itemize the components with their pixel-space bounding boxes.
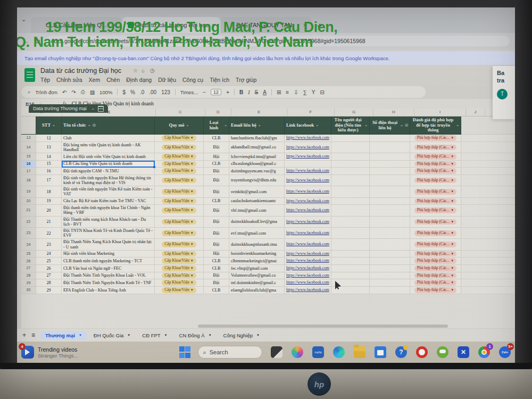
header-name[interactable]: Tên tổ chức⌄◎ [62,117,155,135]
cell-stt[interactable]: 15 [36,161,62,168]
taskbar-search[interactable]: ⌕ Search [198,346,262,359]
number-format-icon[interactable]: .00 [149,89,156,95]
zoom-select[interactable]: 100% [99,89,112,95]
rating-dropdown-chip[interactable]: Phù hợp thấp (Các...▼ [414,161,456,167]
toolbar-icon[interactable]: ≡ [286,89,289,95]
edge-icon[interactable] [333,346,345,358]
rating-dropdown-chip[interactable]: Phù hợp thấp (Các...▼ [414,265,456,271]
cell-phone[interactable] [370,272,410,280]
task-view-icon[interactable] [271,346,282,358]
row-header[interactable]: 24 [21,239,36,250]
facebook-link[interactable]: https://www.facebook.com [286,154,329,159]
row-header[interactable]: 13 [21,135,36,142]
cell-rating[interactable]: Phù hợp thấp (Các...▼ [410,251,461,258]
cell-email[interactable]: vbf.tmu@gmail.com [229,205,285,216]
cell-phone[interactable] [370,198,410,205]
italic-icon[interactable]: I [248,89,250,95]
facebook-link[interactable]: https://www.facebook.com [286,220,329,225]
facebook-link[interactable]: https://www.facebook.com [286,136,329,140]
cell-type[interactable]: Đội [204,217,229,228]
cell-stt[interactable]: 24 [36,251,62,258]
header-scale[interactable]: Quy mô⌄ [155,117,204,135]
facebook-link[interactable]: https://www.facebook.com [286,252,329,256]
x-app-icon[interactable]: ✕ [458,346,469,358]
cell-facebook[interactable]: https://www.facebook.com [285,251,331,258]
facebook-link[interactable]: https://www.facebook.com [286,273,329,278]
cell-stt[interactable]: 27 [36,272,62,280]
header-phone[interactable]: Số điện thoại liên hệ⌄◎ [370,117,410,135]
cell-rating[interactable]: Phù hợp thấp (Các...▼ [410,239,461,250]
cell-scale[interactable]: Cấp Khoa/Viện▼ [155,161,204,168]
cell-email[interactable]: doitinhnguyencam.vuc@g [229,168,285,175]
chip-chevron-icon[interactable]: ⌄ [92,106,95,111]
sheet-tab[interactable]: ĐH Quốc Gia▼ [89,331,135,340]
menu-item[interactable]: Định dạng [126,77,152,83]
cell-phone[interactable] [370,153,410,161]
cell-email[interactable]: caulacboketoankiemtoantr [229,198,285,205]
scale-dropdown-chip[interactable]: Cấp Khoa/Viện▼ [162,189,196,195]
cell-name[interactable]: Câu Lạc Bộ Kế toán Kiểm toán Trẻ TMU - Y… [62,198,155,205]
facebook-link[interactable]: https://www.facebook.com [286,189,329,194]
cell-representative[interactable] [331,153,370,161]
widgets-button[interactable]: 4 Trending videos Stranger Things... [21,346,146,359]
facebook-link[interactable]: https://www.facebook.com [286,242,329,247]
facebook-link[interactable]: https://www.facebook.com [286,169,329,173]
row-header[interactable]: 27 [21,265,36,272]
cell-email[interactable]: akhandball.tmu@gmail.co [229,142,285,153]
cell-facebook[interactable]: https://www.facebook.com [285,175,331,186]
scale-dropdown-chip[interactable]: Cấp Khoa/Viện▼ [162,154,196,160]
row-header[interactable]: 26 [21,257,36,265]
cell-email[interactable]: efaenglishforallclub@gma [229,287,285,294]
cell-stt[interactable]: 12 [36,135,62,142]
column-header[interactable]: C [156,109,205,116]
cell-name[interactable]: CLB Cầu lông Viện Quản trị kinh doanh [62,161,155,168]
row-header[interactable]: 19 [21,186,36,197]
cell-name[interactable]: Đội TNTN Khoa Kinh Tế và Kinh Doanh Quốc… [62,228,155,239]
cell-type[interactable]: CLB [204,257,229,265]
cell-facebook[interactable]: https://www.facebook.com [285,168,331,175]
question-app-icon[interactable]: ? [395,346,407,358]
header-type[interactable]: Loại hình⌄ [204,117,229,135]
menus-button[interactable]: Trình đơn [36,89,57,95]
number-format-icon[interactable]: $ [122,89,126,95]
row-header[interactable] [21,117,36,135]
cell-name[interactable]: Đội sinh viên tình nguyện Viện Kế toán K… [62,186,155,197]
cell-type[interactable]: Đội [204,175,229,186]
cell-facebook[interactable]: https://www.facebook.com [285,135,331,142]
header-email[interactable]: Email liên hệ⌄ [229,117,285,135]
cell-stt[interactable]: 29 [36,287,62,294]
cell-email[interactable]: truyenthongvis@dhtm.edu [229,175,285,186]
increase-font-icon[interactable]: + [226,89,229,95]
rating-dropdown-chip[interactable]: Phù hợp thấp (Các...▼ [414,189,456,195]
cell-name[interactable]: Hội sinh viên khoa Marketing [62,251,155,258]
cell-email[interactable]: tnf.doitntnkinhte@gmail.c [229,279,285,287]
cell-name[interactable]: Đội Thanh Niên Xung Kích Khoa Quản trị n… [62,239,155,250]
cell-phone[interactable] [370,228,410,239]
cell-rating[interactable]: Phù hợp thấp (Các...▼ [410,257,461,265]
cell-stt[interactable]: 13 [36,142,62,153]
cell-email[interactable]: doitnxkkhoaqtnluxanh.tmu [229,239,285,250]
cell-representative[interactable] [331,205,370,216]
active-sheet-chip[interactable]: Data trường Thương mại ⌄ [29,104,108,113]
facebook-link[interactable]: https://www.facebook.com [286,266,329,271]
cell-scale[interactable]: Cấp Khoa/Viện▼ [155,265,204,272]
number-format-icon[interactable]: .0 [140,89,144,95]
menu-item[interactable]: Xem [89,77,101,83]
cell-scale[interactable]: Cấp Khoa/Viện▼ [155,153,204,161]
cell-email[interactable]: fec.vhtqt@gmail.com [229,265,285,272]
header-facebook[interactable]: Link facebook⌄ [285,117,331,135]
rating-dropdown-chip[interactable]: Phù hợp thấp (Các...▼ [414,242,456,247]
cell-facebook[interactable]: https://www.facebook.com [285,279,331,287]
cell-scale[interactable]: Cấp Khoa/Viện▼ [155,135,204,142]
cell-scale[interactable]: Cấp Khoa/Viện▼ [155,186,204,197]
cell-scale[interactable]: Cấp Khoa/Viện▼ [155,198,204,205]
cell-type[interactable]: Đội [204,239,229,250]
opera-icon[interactable] [416,346,428,358]
strikethrough-icon[interactable]: S [255,89,259,95]
row-header[interactable]: 23 [21,228,36,239]
cell-stt[interactable]: 25 [36,257,62,265]
document-title[interactable]: Data từ các trường Đại học [40,67,121,74]
cell-email[interactable]: evf.tmu@gmail.com [229,228,285,239]
number-format-icon[interactable]: 123 [161,89,170,95]
scale-dropdown-chip[interactable]: Cấp Khoa/Viện▼ [162,287,196,293]
